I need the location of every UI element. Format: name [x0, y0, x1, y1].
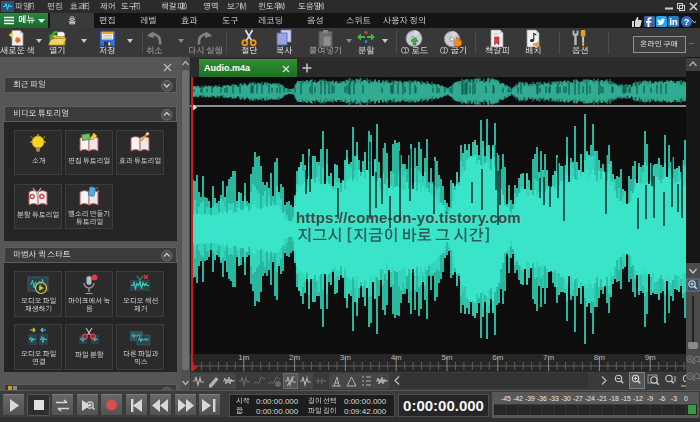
svg-text:-45: -45 — [501, 395, 511, 402]
svg-text:-39: -39 — [525, 395, 535, 402]
svg-text:-12: -12 — [633, 395, 643, 402]
svg-text:-21: -21 — [597, 395, 607, 402]
svg-text:-42: -42 — [513, 395, 523, 402]
svg-text:-9: -9 — [647, 395, 653, 402]
svg-text:-24: -24 — [585, 395, 595, 402]
svg-text:-27: -27 — [573, 395, 583, 402]
svg-text:-3: -3 — [671, 395, 677, 402]
svg-text:-18: -18 — [609, 395, 619, 402]
svg-text:-15: -15 — [621, 395, 631, 402]
svg-text:-6: -6 — [659, 395, 665, 402]
svg-text:-30: -30 — [561, 395, 571, 402]
svg-text:0: 0 — [684, 395, 688, 402]
svg-text:-33: -33 — [549, 395, 559, 402]
svg-text:-36: -36 — [537, 395, 547, 402]
